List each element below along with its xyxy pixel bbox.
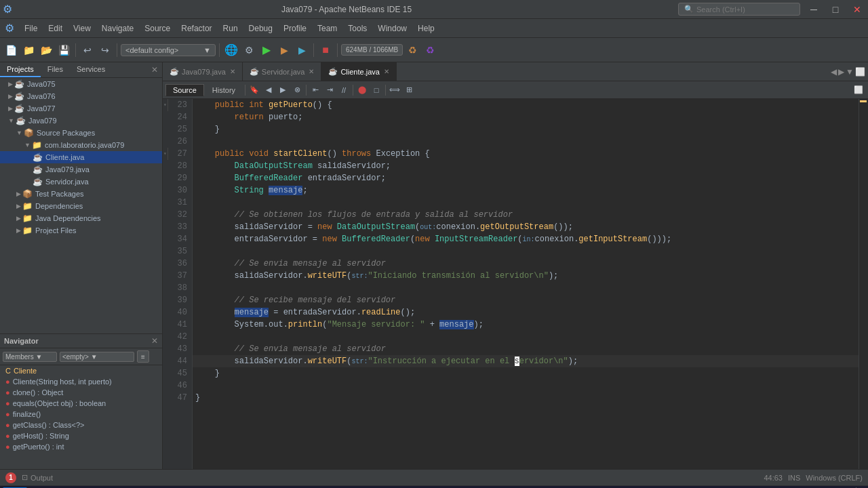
- shift-left-button[interactable]: ⇤: [309, 83, 322, 97]
- menu-debug[interactable]: Debug: [243, 21, 278, 36]
- menu-file[interactable]: File: [19, 21, 43, 36]
- nav-member-getclass[interactable]: ● getClass() : Class<?>: [0, 420, 162, 430]
- maximize-button[interactable]: □: [825, 0, 846, 19]
- menu-window[interactable]: Window: [372, 21, 412, 36]
- nav-sort-button[interactable]: ≡: [137, 350, 149, 363]
- method-icon: ●: [5, 410, 10, 418]
- prev-bookmark-button[interactable]: ◀: [262, 83, 275, 97]
- tree-arrow-icon: ▶: [16, 215, 21, 222]
- gc-button1[interactable]: ♻: [404, 42, 420, 58]
- config-dropdown[interactable]: <default config> ▼: [121, 44, 216, 56]
- stop-button[interactable]: ■: [317, 42, 334, 58]
- fold-icon-23[interactable]: ▾: [163, 99, 167, 111]
- macros-button[interactable]: ⊞: [402, 83, 416, 97]
- tree-item-package[interactable]: ▼ 📁 com.laboratorio.java079: [0, 139, 162, 151]
- tree-item-source-packages[interactable]: ▼ 📦 Source Packages: [0, 127, 162, 139]
- tab-projects[interactable]: Projects: [0, 62, 41, 77]
- toggle-bookmark-button[interactable]: 🔖: [248, 83, 261, 97]
- run-button[interactable]: ▶: [258, 42, 275, 58]
- tree-item-dependencies[interactable]: ▶ 📁 Dependencies: [0, 200, 162, 212]
- memory-indicator[interactable]: 624MB / 1066MB: [341, 44, 403, 56]
- menu-tools[interactable]: Tools: [342, 21, 372, 36]
- undo-button[interactable]: ↩: [79, 42, 96, 58]
- code-line-45: }: [193, 367, 859, 380]
- panel-close-icon[interactable]: ✕: [147, 62, 162, 77]
- open-project-button[interactable]: 📁: [20, 42, 37, 58]
- code-line-32: // Se obtienen los flujos de entrada y s…: [193, 209, 859, 221]
- tab-services[interactable]: Services: [70, 62, 112, 77]
- format-button[interactable]: ⟺: [388, 83, 401, 97]
- close-button[interactable]: ✕: [846, 0, 868, 19]
- menu-edit[interactable]: Edit: [43, 21, 68, 36]
- tab-next-icon[interactable]: ▶: [838, 67, 844, 77]
- tree-item-test-packages[interactable]: ▶ 📦 Test Packages: [0, 188, 162, 200]
- toggle-comment-button[interactable]: //: [337, 83, 351, 97]
- profile-button[interactable]: ▶: [294, 42, 310, 58]
- tree-arrow-icon: ▼: [24, 142, 31, 148]
- new-watch-button[interactable]: □: [370, 83, 383, 97]
- nav-member-constructor[interactable]: ● Cliente(String host, int puerto): [0, 376, 162, 387]
- menu-team[interactable]: Team: [312, 21, 342, 36]
- tab-files[interactable]: Files: [41, 62, 70, 77]
- nav-member-getpuerto[interactable]: ● getPuerto() : int: [0, 441, 162, 452]
- output-button[interactable]: ⊡ Output: [22, 473, 53, 482]
- editor-content[interactable]: ▾23 24 25 26 ▾27 28 29 30 31 32 33 34 35…: [163, 99, 868, 469]
- tab-servidor-java[interactable]: ☕ Servidor.java ✕: [243, 62, 322, 81]
- clean-build-button[interactable]: ⚙: [241, 42, 257, 58]
- source-tab[interactable]: Source: [165, 84, 204, 96]
- tab-prev-icon[interactable]: ◀: [831, 67, 837, 77]
- navigator-header: Navigator ✕: [0, 334, 162, 348]
- next-bookmark-button[interactable]: ▶: [276, 83, 290, 97]
- menu-profile[interactable]: Profile: [278, 21, 312, 36]
- tab-dropdown-icon[interactable]: ▼: [846, 67, 854, 77]
- menu-help[interactable]: Help: [412, 21, 440, 36]
- tree-item-servidor-java[interactable]: ☕ Servidor.java: [0, 176, 162, 188]
- tree-item-java-dependencies[interactable]: ▶ 📁 Java Dependencies: [0, 212, 162, 224]
- clear-bookmarks-button[interactable]: ⊗: [290, 83, 304, 97]
- tree-item-java077[interactable]: ▶ ☕ Java077: [0, 102, 162, 115]
- tree-label: com.laboratorio.java079: [45, 141, 124, 149]
- build-button[interactable]: 🌐: [223, 42, 239, 58]
- minimize-button[interactable]: ─: [803, 0, 825, 19]
- shift-right-button[interactable]: ⇥: [323, 83, 336, 97]
- tree-item-java079-java[interactable]: ☕ Java079.java: [0, 163, 162, 176]
- nav-member-clone[interactable]: ● clone() : Object: [0, 387, 162, 398]
- code-line-35: [193, 245, 859, 258]
- save-button[interactable]: 💾: [56, 42, 72, 58]
- tab-close-icon[interactable]: ✕: [309, 68, 314, 75]
- tab-close-icon[interactable]: ✕: [384, 68, 389, 75]
- members-dropdown[interactable]: Members ▼: [3, 352, 57, 362]
- toggle-breakpoint-button[interactable]: ⬤: [355, 83, 369, 97]
- fold-icon-27[interactable]: ▾: [163, 148, 167, 160]
- toolbar: 📄 📁 📂 💾 ↩ ↪ <default config> ▼ 🌐 ⚙ ▶ ▶ ▶…: [0, 38, 868, 62]
- empty-filter-dropdown[interactable]: <empty> ▼: [60, 352, 134, 362]
- tab-cliente-java[interactable]: ☕ Cliente.java ✕: [321, 62, 396, 81]
- close-project-button[interactable]: 📂: [38, 42, 54, 58]
- expand-editor-button[interactable]: ⬜: [852, 83, 865, 97]
- menu-navigate[interactable]: Navigate: [96, 21, 139, 36]
- tab-close-icon[interactable]: ✕: [230, 68, 235, 75]
- debug-button[interactable]: ▶: [276, 42, 292, 58]
- search-box[interactable]: 🔍 Search (Ctrl+I): [678, 3, 800, 16]
- menu-run[interactable]: Run: [218, 21, 243, 36]
- tree-item-cliente-java[interactable]: ☕ Cliente.java: [0, 151, 162, 163]
- nav-member-equals[interactable]: ● equals(Object obj) : boolean: [0, 398, 162, 409]
- tree-item-java079[interactable]: ▼ ☕ Java079: [0, 115, 162, 127]
- new-project-button[interactable]: 📄: [3, 42, 19, 58]
- menu-refactor[interactable]: Refactor: [176, 21, 217, 36]
- tab-java079-java[interactable]: ☕ Java079.java ✕: [163, 62, 243, 81]
- error-count-badge[interactable]: 1: [5, 472, 16, 483]
- navigator-close-icon[interactable]: ✕: [151, 336, 158, 346]
- gc-button2[interactable]: ♻: [422, 42, 438, 58]
- menu-view[interactable]: View: [68, 21, 96, 36]
- code-editor[interactable]: public int getPuerto() { return puerto; …: [193, 99, 859, 469]
- nav-member-gethost[interactable]: ● getHost() : String: [0, 430, 162, 441]
- nav-member-finalize[interactable]: ● finalize(): [0, 409, 162, 420]
- history-tab[interactable]: History: [205, 84, 243, 96]
- tree-item-java075[interactable]: ▶ ☕ Java075: [0, 78, 162, 90]
- menu-source[interactable]: Source: [139, 21, 176, 36]
- redo-button[interactable]: ↪: [97, 42, 113, 58]
- tree-item-java076[interactable]: ▶ ☕ Java076: [0, 90, 162, 102]
- tab-maximize-icon[interactable]: ⬜: [855, 67, 865, 77]
- tree-item-project-files[interactable]: ▶ 📁 Project Files: [0, 224, 162, 237]
